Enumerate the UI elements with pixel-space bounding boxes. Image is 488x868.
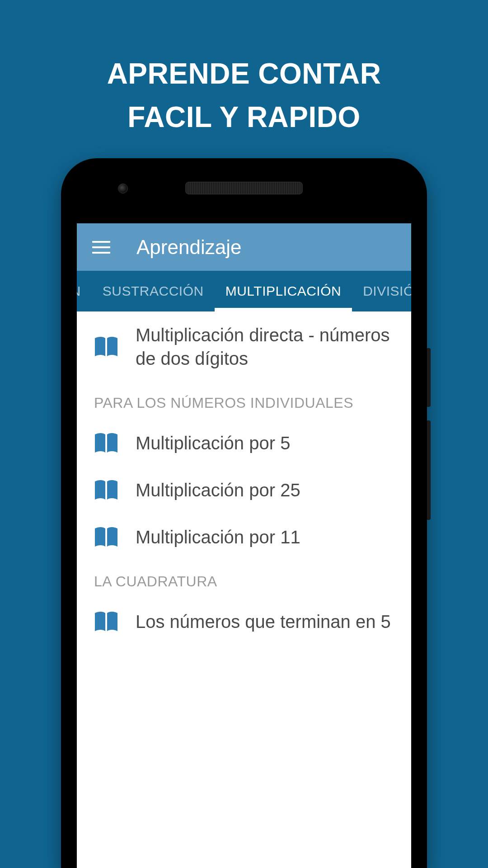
list-item[interactable]: Multiplicación por 11 [77, 514, 411, 561]
item-label: Multiplicación directa - números de dos … [136, 323, 394, 370]
tab-multiplicacion[interactable]: MULTIPLICACIÓN [215, 271, 352, 311]
tab-division[interactable]: DIVISIÓN [352, 271, 411, 311]
phone-speaker [185, 182, 303, 194]
section-header: PARA LOS NÚMEROS INDIVIDUALES [77, 382, 411, 420]
list-item[interactable]: Los números que terminan en 5 [77, 598, 411, 645]
book-icon [94, 433, 118, 453]
list-item[interactable]: Multiplicación por 25 [77, 467, 411, 514]
hero-line-1: APRENDE CONTAR [0, 52, 488, 95]
book-icon [94, 611, 118, 632]
hero-text: APRENDE CONTAR FACIL Y RAPIDO [0, 0, 488, 139]
list-item[interactable]: Multiplicación directa - números de dos … [77, 311, 411, 382]
app-bar: Aprendizaje [77, 223, 411, 271]
phone-side-button [427, 420, 431, 520]
hero-line-2: FACIL Y RAPIDO [0, 95, 488, 139]
menu-icon[interactable] [92, 241, 110, 254]
book-icon [94, 527, 118, 547]
content: Multiplicación directa - números de dos … [77, 311, 411, 645]
phone-frame: Aprendizaje IÓN SUSTRACCIÓN MULTIPLICACI… [61, 158, 427, 868]
tab-adicion[interactable]: IÓN [77, 271, 92, 311]
item-label: Multiplicación por 11 [136, 525, 300, 549]
book-icon [94, 336, 118, 357]
app-title: Aprendizaje [136, 236, 241, 259]
phone-side-button [427, 348, 431, 407]
list-item[interactable]: Multiplicación por 5 [77, 420, 411, 467]
book-icon [94, 480, 118, 500]
section-header: LA CUADRATURA [77, 561, 411, 598]
phone-camera [118, 184, 128, 193]
item-label: Multiplicación por 5 [136, 431, 290, 455]
item-label: Multiplicación por 25 [136, 478, 300, 502]
item-label: Los números que terminan en 5 [136, 610, 391, 633]
tab-sustraccion[interactable]: SUSTRACCIÓN [92, 271, 215, 311]
tab-bar: IÓN SUSTRACCIÓN MULTIPLICACIÓN DIVISIÓN [77, 271, 411, 311]
phone-screen: Aprendizaje IÓN SUSTRACCIÓN MULTIPLICACI… [77, 223, 411, 868]
